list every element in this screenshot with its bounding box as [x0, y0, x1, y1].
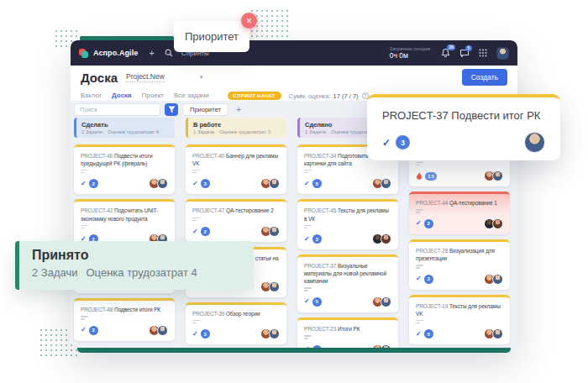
column-header[interactable]: В работе1 ЗадачаОценка трудозатрат 3 [186, 118, 286, 138]
description-icon [192, 170, 200, 174]
chat-badge: 5 [465, 45, 472, 51]
description-icon [416, 209, 423, 213]
task-card[interactable]: PROJECT-39 Обзор теории✓3 [186, 302, 286, 345]
apps-grid-icon[interactable] [479, 49, 487, 57]
column-name: В работе [193, 121, 281, 129]
messages-icon[interactable]: 5 [459, 49, 470, 58]
check-icon: ✓ [81, 327, 87, 333]
task-id: PROJECT-40 [192, 153, 224, 159]
task-card[interactable]: PROJECT-48 Подвести итоги РК✓2 [74, 298, 175, 341]
description-icon [81, 316, 88, 320]
board-column: В работе1 ЗадачаОценка трудозатрат 3PROJ… [186, 118, 286, 348]
board-column: Сделать2 ЗадачиОценка трудозатрат 4PROJE… [74, 118, 175, 348]
task-id: PROJECT-47 [192, 207, 224, 213]
check-icon: ✓ [304, 181, 310, 187]
app-logo-icon[interactable] [79, 49, 88, 58]
task-card[interactable]: PROJECT-19 Тексты для рекламы VK✓5 [409, 295, 510, 345]
assignee-avatar [524, 132, 545, 153]
column-header[interactable]: Сделать2 ЗадачиОценка трудозатрат 4 [74, 118, 175, 138]
column-stats: 1 ЗадачаОценка трудозатрат 3 [193, 129, 281, 134]
estimate-badge: 3 [424, 275, 433, 284]
task-card-footer: ✓5 [416, 328, 503, 339]
description-icon [304, 287, 312, 291]
sprint-status-badge: СПРИНТ НАЧАТ [228, 92, 281, 100]
check-icon: ✓ [416, 275, 422, 282]
user-avatar[interactable] [496, 47, 509, 60]
task-card[interactable]: PROJECT-46 Подвести итоги предыдущей РК … [74, 144, 175, 195]
app-window: Аспро.Agile + Спринты Затрачено сегодня … [71, 40, 517, 348]
search-input[interactable] [74, 103, 160, 116]
assignee-avatar [269, 226, 280, 237]
task-card-footer: ✓2 [192, 226, 280, 237]
check-icon: ✓ [192, 181, 198, 187]
estimate-badge: 2 [201, 227, 210, 236]
description-icon [304, 170, 312, 174]
add-column-icon[interactable]: + [236, 105, 241, 114]
assignee-avatar [269, 328, 280, 339]
score-value: 17 (7 / 7) [333, 92, 359, 100]
task-popup-card[interactable]: PROJECT-37 Подвести итог РК ✓ 3 [367, 94, 560, 160]
estimate-badge: 2 [89, 179, 98, 188]
task-card-title: PROJECT-39 Обзор теории [192, 310, 280, 317]
tab-backlog[interactable]: Бэклог [81, 92, 102, 101]
column-stats: 2 ЗадачиОценка трудозатрат 4 [81, 129, 169, 134]
task-id: PROJECT-23 [304, 326, 336, 332]
column-task-count: 2 Задачи [81, 129, 102, 134]
tab-board[interactable]: Доска [112, 92, 131, 101]
task-card-title: PROJECT-46 Подвести итоги предыдущей РК … [81, 152, 168, 167]
estimate-badge: 3 [201, 179, 210, 188]
priority-tooltip: Приоритет ✕ [174, 21, 249, 52]
task-card[interactable]: PROJECT-45 Тексты для рекламы в VK✓3 [297, 199, 398, 249]
task-id: PROJECT-42 [81, 207, 113, 213]
task-id: PROJECT-28 [416, 248, 448, 254]
task-card[interactable]: PROJECT-40 Баннер для рекламы VK✓3 [186, 144, 286, 195]
task-card-footer: ✓2 [416, 218, 503, 229]
assignee-avatar [381, 233, 391, 244]
task-card[interactable]: PROJECT-37 Визуальные материалы для ново… [297, 254, 398, 312]
task-card[interactable]: PROJECT-44 QA-тестирование 1✓2 [409, 192, 510, 234]
assignee-avatar [157, 325, 168, 336]
task-card[interactable]: PROJECT-23 Итоги РК✓5 [297, 317, 398, 348]
estimate-badge: 2 [89, 326, 98, 335]
check-icon: ✓ [192, 228, 198, 235]
task-card-title: PROJECT-48 Подвести итоги РК [81, 306, 168, 313]
assignee-avatar [492, 328, 503, 339]
assignee-avatar [157, 178, 168, 189]
check-icon: ✓ [81, 181, 87, 187]
project-selector[interactable]: Project.New [126, 72, 165, 82]
assignee-avatar [269, 281, 280, 292]
priority-filter-button[interactable]: Приоритет [182, 103, 228, 116]
column-effort: Оценка трудозатрат 4 [108, 129, 159, 134]
description-icon [81, 170, 88, 174]
check-icon: ✓ [192, 331, 198, 338]
column-effort: Оценка трудозатрат 3 [219, 129, 270, 134]
check-icon: ✓ [304, 346, 310, 348]
task-id: PROJECT-46 [81, 153, 113, 159]
time-tracker[interactable]: Затрачено сегодня 0ч 0м [390, 46, 430, 60]
task-card-footer: ✓3 [416, 274, 503, 285]
assignee-avatar [381, 296, 391, 307]
score-label: Сумм. оценка: [289, 92, 331, 100]
close-icon[interactable]: ✕ [241, 13, 257, 29]
tab-all-tasks[interactable]: Все задачи [174, 92, 209, 101]
task-card-footer: ✓5 [304, 178, 391, 189]
task-card-title: PROJECT-47 QA-тестирование 2 [192, 207, 280, 214]
tab-project[interactable]: Проект [142, 92, 164, 101]
search-icon[interactable] [165, 49, 173, 57]
filter-button[interactable] [165, 103, 178, 116]
estimate-badge: 1.5 [425, 172, 437, 181]
chevron-down-icon[interactable]: ▾ [200, 74, 203, 81]
task-card-footer: ✓5 [304, 344, 391, 349]
funnel-icon [168, 106, 176, 113]
task-card[interactable]: PROJECT-28 Визуализация для презентации✓… [409, 239, 510, 290]
description-icon [304, 225, 312, 229]
task-card[interactable]: PROJECT-47 QA-тестирование 2✓2 [186, 199, 286, 242]
create-button[interactable]: Создать [462, 69, 507, 86]
accepted-stats: 2 ЗадачиОценка трудозатрат 4 [32, 266, 254, 279]
notifications-bell-icon[interactable]: 26 [441, 48, 450, 58]
quick-add-icon[interactable]: + [149, 49, 154, 58]
assignee-avatar [381, 178, 391, 189]
task-card-title: PROJECT-23 Итоги РК [304, 325, 391, 333]
check-icon: ✓ [416, 220, 422, 227]
column-name: Сделать [81, 121, 169, 129]
